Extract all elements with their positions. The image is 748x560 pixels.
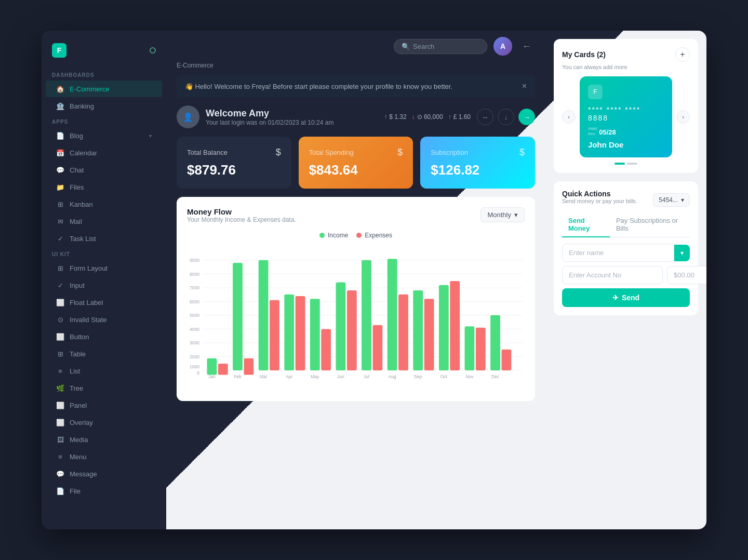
svg-text:Oct: Oct bbox=[440, 374, 448, 379]
sidebar-item-button[interactable]: ⬜ Button bbox=[46, 328, 162, 345]
sidebar-item-label: List bbox=[70, 367, 80, 375]
send-label: Send bbox=[622, 294, 639, 302]
panel-icon: ⬜ bbox=[56, 401, 64, 409]
quick-actions-subtitle: Send money or pay your bills. bbox=[562, 198, 637, 204]
sidebar-item-tree[interactable]: 🌿 Tree bbox=[46, 380, 162, 396]
balance-cards-grid: Total Balance $ $879.76 Total Spending $… bbox=[177, 137, 535, 189]
money-flow-chart: 9000 8000 7000 6000 5000 4000 3000 2000 … bbox=[187, 245, 525, 391]
card-dot-1[interactable] bbox=[615, 163, 625, 165]
file-icon: 📄 bbox=[56, 487, 64, 495]
sidebar-item-mail[interactable]: ✉ Mail bbox=[46, 213, 162, 230]
search-box[interactable]: 🔍 Search bbox=[394, 39, 487, 54]
subscription-card: Subscription $ $126.82 bbox=[420, 137, 535, 189]
sidebar-item-label: E-Commerce bbox=[70, 85, 110, 93]
sidebar-item-label: Overlay bbox=[70, 419, 93, 426]
account-amount-row bbox=[562, 266, 690, 284]
sidebar-item-formlayout[interactable]: ⊞ Form Layout bbox=[46, 260, 162, 276]
sidebar-item-blog[interactable]: 📄 Blog ▾ bbox=[46, 127, 162, 144]
svg-rect-34 bbox=[398, 295, 408, 370]
svg-rect-37 bbox=[439, 285, 449, 370]
svg-rect-41 bbox=[490, 315, 500, 370]
svg-rect-29 bbox=[336, 283, 346, 370]
card-dot-2[interactable] bbox=[627, 163, 637, 165]
sidebar-item-kanban[interactable]: ⊞ Kanban bbox=[46, 196, 162, 212]
svg-text:Feb: Feb bbox=[234, 374, 242, 379]
svg-rect-19 bbox=[207, 358, 217, 375]
sidebar-item-calendar[interactable]: 📅 Calendar bbox=[46, 144, 162, 161]
send-money-button[interactable]: ✈ Send bbox=[562, 288, 690, 307]
add-card-button[interactable]: + bbox=[675, 47, 690, 62]
user-avatar[interactable]: A bbox=[493, 37, 512, 56]
calendar-icon: 📅 bbox=[56, 149, 64, 157]
back-arrow[interactable]: ← bbox=[518, 38, 535, 55]
sidebar-item-label: Invalid State bbox=[70, 316, 107, 324]
sidebar-item-table[interactable]: ⊞ Table bbox=[46, 345, 162, 362]
sidebar: F DASHBOARDS 🏠 E-Commerce 🏦 Banking APPS… bbox=[42, 31, 166, 529]
enter-name-input[interactable] bbox=[562, 244, 674, 262]
svg-rect-30 bbox=[347, 290, 357, 370]
my-cards-subtitle: You can always add more bbox=[562, 64, 690, 70]
sidebar-item-tasklist[interactable]: ✓ Task List bbox=[46, 230, 162, 247]
stat-points: ↓ ⊙ 60,000 bbox=[412, 113, 443, 121]
button-icon: ⬜ bbox=[56, 332, 64, 341]
sidebar-item-ecommerce[interactable]: 🏠 E-Commerce bbox=[46, 81, 162, 97]
subscription-icon: $ bbox=[519, 147, 525, 158]
svg-rect-27 bbox=[310, 299, 320, 370]
tab-send-money[interactable]: Send Money bbox=[562, 212, 610, 237]
carousel-prev-button[interactable]: ‹ bbox=[562, 110, 576, 124]
total-spending-card: Total Spending $ $843.64 bbox=[299, 137, 413, 189]
svg-rect-26 bbox=[296, 296, 305, 370]
svg-text:May: May bbox=[311, 374, 319, 379]
income-label: Income bbox=[328, 232, 348, 239]
floatlabel-icon: ⬜ bbox=[56, 298, 64, 306]
sidebar-item-panel[interactable]: ⬜ Panel bbox=[46, 397, 162, 414]
account-number-input[interactable] bbox=[562, 266, 663, 284]
svg-rect-20 bbox=[218, 364, 228, 375]
amount-input[interactable] bbox=[667, 266, 706, 284]
carousel-next-button[interactable]: › bbox=[676, 110, 690, 124]
account-selector[interactable]: 5454... ▾ bbox=[653, 193, 690, 207]
name-dropdown-button[interactable]: ▾ bbox=[674, 245, 690, 261]
welcome-name: Welcome Amy bbox=[206, 108, 333, 119]
card-brand-logo: F bbox=[588, 85, 603, 99]
sidebar-logo: F bbox=[42, 39, 166, 68]
sidebar-item-file[interactable]: 📄 File bbox=[46, 483, 162, 499]
expenses-legend: Expenses bbox=[356, 232, 392, 239]
sidebar-item-label: Media bbox=[70, 436, 88, 444]
total-balance-amount: $879.76 bbox=[187, 162, 281, 178]
message-icon: 💬 bbox=[56, 470, 64, 478]
sidebar-item-invalidstate[interactable]: ⊙ Invalid State bbox=[46, 311, 162, 328]
sidebar-item-overlay[interactable]: ⬜ Overlay bbox=[46, 414, 162, 431]
tab-pay-bills[interactable]: Pay Subscriptions or Bills bbox=[610, 212, 690, 237]
sidebar-item-input[interactable]: ✓ Input bbox=[46, 277, 162, 294]
sidebar-item-label: Mail bbox=[70, 218, 82, 225]
chevron-down-icon: ▾ bbox=[149, 133, 152, 139]
breadcrumb: E-Commerce bbox=[177, 62, 535, 69]
banner-close-button[interactable]: × bbox=[522, 82, 527, 91]
svg-text:3000: 3000 bbox=[190, 340, 199, 345]
download-button[interactable]: ↓ bbox=[498, 109, 514, 125]
svg-rect-36 bbox=[424, 299, 434, 370]
svg-text:Aug: Aug bbox=[389, 374, 396, 379]
sidebar-item-floatlabel[interactable]: ⬜ Float Label bbox=[46, 294, 162, 311]
sidebar-item-chat[interactable]: 💬 Chat bbox=[46, 162, 162, 178]
welcome-banner: 👋 Hello! Welcome to Freya! Before start … bbox=[177, 75, 535, 97]
sidebar-item-banking[interactable]: 🏦 Banking bbox=[46, 98, 162, 114]
uikit-section-label: UI KIT bbox=[42, 247, 166, 259]
send-button[interactable]: → bbox=[518, 109, 535, 125]
topbar: 🔍 Search A ← bbox=[166, 31, 545, 62]
exchange-button[interactable]: ↔ bbox=[477, 109, 493, 125]
sidebar-item-list[interactable]: ≡ List bbox=[46, 363, 162, 379]
total-balance-card: Total Balance $ $879.76 bbox=[177, 137, 291, 189]
svg-text:Mar: Mar bbox=[260, 374, 268, 379]
spending-icon: $ bbox=[397, 147, 403, 158]
input-icon: ✓ bbox=[56, 281, 64, 289]
svg-rect-21 bbox=[233, 263, 243, 370]
sidebar-item-files[interactable]: 📁 Files bbox=[46, 179, 162, 195]
sidebar-item-menu[interactable]: ≡ Menu bbox=[46, 448, 162, 465]
svg-text:Jul: Jul bbox=[364, 374, 369, 379]
sidebar-item-media[interactable]: 🖼 Media bbox=[46, 431, 162, 448]
files-icon: 📁 bbox=[56, 183, 64, 191]
sidebar-item-message[interactable]: 💬 Message bbox=[46, 465, 162, 482]
period-selector[interactable]: Monthly ▾ bbox=[480, 207, 525, 222]
